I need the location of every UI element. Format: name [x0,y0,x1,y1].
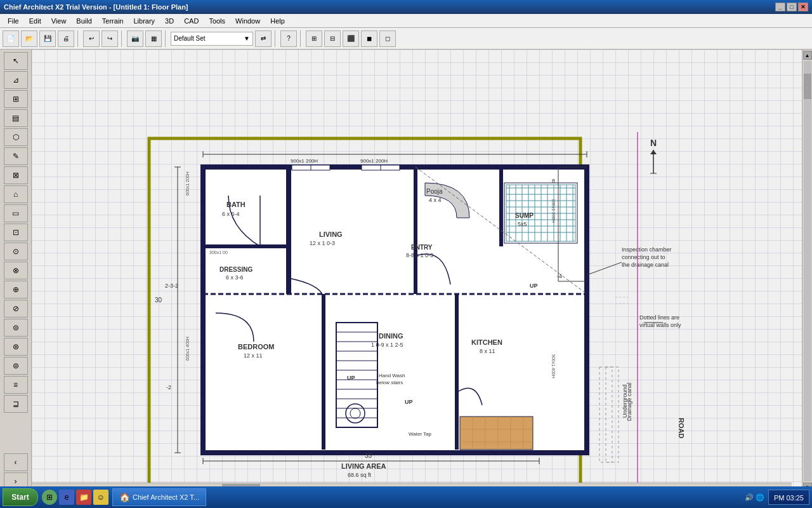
svg-text:SUMP: SUMP [515,212,534,219]
taskbar-icon-4[interactable]: ☺ [93,490,108,505]
floor-plan-button[interactable]: ⊞ [306,30,322,47]
toolbar-separator-5 [300,30,303,47]
menu-3d[interactable]: 3D [160,16,179,26]
toolbar-separator-3 [165,30,167,47]
print-button[interactable]: 🖨 [58,30,74,47]
render-button[interactable]: ◼ [361,30,377,47]
tool-18[interactable]: ≡ [4,376,28,394]
tool-15[interactable]: ⊜ [4,319,28,337]
svg-text:UP: UP [347,375,355,381]
menu-build[interactable]: Build [71,16,96,26]
clock: PM 03:25 [768,490,809,505]
svg-text:N: N [650,138,657,148]
window-controls[interactable]: _ □ ✕ [775,3,808,11]
menu-edit[interactable]: Edit [24,16,46,26]
titlebar: Chief Architect X2 Trial Version - [Unti… [0,0,812,14]
svg-text:virtual walls only: virtual walls only [639,322,681,328]
scroll-thumb[interactable] [804,74,811,99]
elev-button[interactable]: ⊟ [324,30,341,47]
taskbar-icon-2[interactable]: e [59,490,74,505]
tray-icons: 🔊 🌐 [745,493,764,502]
scroll-track [804,61,811,481]
tool-2[interactable]: ⊿ [4,71,28,89]
svg-text:the drainage canal: the drainage canal [622,262,669,268]
start-button[interactable]: Start [3,488,38,506]
svg-text:Pooja: Pooja [426,188,443,195]
svg-text:Dotted lines are: Dotted lines are [639,314,679,321]
toolbar-separator-4 [275,30,277,47]
svg-text:4 x 4: 4 x 4 [429,197,442,203]
camera-button[interactable]: 📷 [127,30,143,47]
tool-17[interactable]: ⊚ [4,357,28,375]
toolbar-separator-2 [121,30,124,47]
svg-text:68.6 sq ft: 68.6 sq ft [348,472,372,478]
vertical-scrollbar[interactable]: ▲ ▼ [802,50,813,493]
tool-11[interactable]: ⊙ [4,243,28,260]
svg-text:600x1 400H: 600x1 400H [185,337,190,361]
save-button[interactable]: 💾 [39,30,56,47]
tool-4[interactable]: ▤ [4,109,28,127]
undo-button[interactable]: ↩ [83,30,100,47]
svg-text:Water Tap: Water Tap [409,431,432,437]
redo-button[interactable]: ↪ [102,30,118,47]
tool-5[interactable]: ⬡ [4,128,28,146]
tool-8[interactable]: ⌂ [4,185,28,203]
set-dropdown[interactable]: Default Set ▼ [171,32,253,46]
dropdown-arrow: ▼ [244,35,250,42]
svg-text:6 x 3-6: 6 x 3-6 [226,274,244,281]
svg-marker-88 [650,150,657,154]
tool-nav-prev[interactable]: ‹ [4,453,28,471]
close-button[interactable]: ✕ [798,3,808,11]
menu-cad[interactable]: CAD [179,16,204,26]
svg-text:Hand Wash: Hand Wash [379,373,405,378]
tool-9[interactable]: ▭ [4,204,28,222]
tool-13[interactable]: ⊕ [4,281,28,298]
menubar: File Edit View Build Terrain Library 3D … [0,14,812,28]
select-tool[interactable]: ↖ [4,52,28,70]
time-display: PM 03:25 [774,494,804,502]
toolbar-separator-1 [77,30,80,47]
scroll-up-button[interactable]: ▲ [803,51,812,60]
layer-button[interactable]: ▦ [145,30,162,47]
menu-file[interactable]: File [3,16,24,26]
exchange-button[interactable]: ⇄ [255,30,272,47]
help-button[interactable]: ? [280,30,297,47]
svg-text:33: 33 [365,452,372,459]
tool-3[interactable]: ⊞ [4,90,28,108]
menu-window[interactable]: Window [230,16,265,26]
svg-line-78 [587,262,622,275]
drawing-canvas[interactable]: 900x1 200H 900x1 200H [32,50,802,493]
open-button[interactable]: 📂 [21,30,37,47]
menu-tools[interactable]: Tools [204,16,230,26]
svg-text:8: 8 [552,178,555,184]
svg-text:12 x 11: 12 x 11 [244,352,263,359]
app-button[interactable]: 🏠 Chief Architect X2 T... [112,488,206,506]
taskbar-icon-3[interactable]: 📁 [76,490,91,505]
new-button[interactable]: 📄 [3,30,19,47]
svg-text:5x5: 5x5 [518,221,527,227]
tool-6[interactable]: ✎ [4,147,28,165]
menu-library[interactable]: Library [128,16,160,26]
quick-launch: ⊞ e 📁 ☺ [39,490,111,505]
svg-text:2-3-2: 2-3-2 [165,283,178,289]
svg-text:900x1 400H: 900x1 400H [551,354,556,378]
tool-16[interactable]: ⊛ [4,338,28,356]
3d-button[interactable]: ⬛ [343,30,359,47]
svg-text:1 0-9 x 1 2-5: 1 0-9 x 1 2-5 [371,342,403,348]
tool-14[interactable]: ⊘ [4,300,28,318]
minimize-button[interactable]: _ [775,3,785,11]
svg-text:600x1 200H: 600x1 200H [185,171,190,196]
menu-terrain[interactable]: Terrain [97,16,129,26]
tool-10[interactable]: ⊡ [4,224,28,241]
walk-button[interactable]: ◻ [379,30,396,47]
tool-12[interactable]: ⊗ [4,262,28,279]
svg-rect-49 [460,417,533,450]
menu-view[interactable]: View [46,16,72,26]
app-button-label: Chief Architect X2 T... [133,493,199,501]
taskbar-icon-1[interactable]: ⊞ [42,490,57,505]
tool-7[interactable]: ⊠ [4,166,28,184]
svg-text:-4: -4 [557,273,562,279]
maximize-button[interactable]: □ [787,3,797,11]
tool-19[interactable]: ⊒ [4,395,28,413]
menu-help[interactable]: Help [265,16,290,26]
